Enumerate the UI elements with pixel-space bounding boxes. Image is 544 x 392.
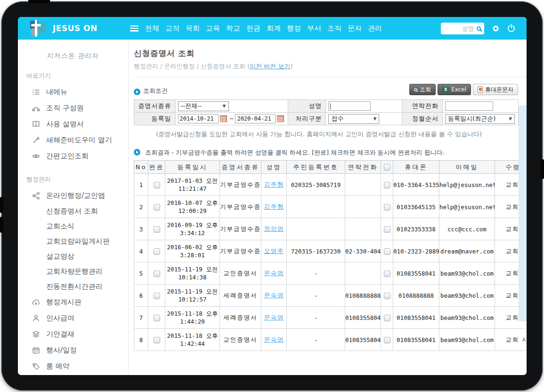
name-cell: 정의영 [261,218,287,240]
member-name-link[interactable]: 정의영 [264,225,284,232]
breadcrumb-item: 온라인행정 [164,63,195,70]
nav-item-5[interactable]: 학교 [226,24,240,33]
search-button[interactable]: 조회 [409,84,436,95]
search-icon[interactable] [477,26,481,31]
sidebar-item[interactable]: 기안결재 [18,326,128,342]
tag-icon [32,362,40,370]
jumin-cell: - [287,285,345,307]
tablet-power-button [28,0,50,3]
excel-button[interactable]: XExcel [438,84,471,95]
complete-checkbox[interactable] [154,315,160,321]
member-name-link[interactable]: 오영주 [264,247,284,254]
sidebar-item[interactable]: 내메뉴 [18,84,128,100]
sms-checkbox[interactable] [384,204,390,211]
column-header: 이메일 [439,161,495,174]
cert-type-select[interactable]: --전체--▼ [178,101,229,111]
complete-checkbox[interactable] [154,248,160,255]
nav-item-1[interactable]: 전체 [145,24,159,33]
member-search-box[interactable] [441,23,484,34]
sidebar-item[interactable]: 사용 설명서 [18,116,128,132]
sidebar-subitem[interactable]: 설교영상 [18,249,128,264]
phone-input[interactable] [445,101,493,111]
sidebar-item[interactable]: 행정게시판 [18,294,128,310]
sidebar-item[interactable]: 행사/일정 [18,342,128,358]
column-header: 완료 [148,161,165,174]
jumin-cell: - [287,307,345,329]
sms-checkbox[interactable] [384,337,390,343]
app-logo[interactable]: JESUS ON [18,20,130,37]
registered-datetime-cell: 2015-11-18 오후1:42:44 [165,329,220,351]
complete-checkbox[interactable] [154,226,160,233]
sms-checkbox[interactable] [384,226,390,233]
complete-cell [148,262,165,285]
receive-method-cell: 교회 사무 [495,329,527,351]
select-all-checkbox[interactable] [384,164,390,171]
calendar-icon[interactable] [277,115,284,122]
member-name-link[interactable]: 문숙영 [264,314,284,321]
sidebar-subitem[interactable]: 교회소식 [18,219,128,234]
sidebar-item[interactable]: 룸 예약 [18,358,128,374]
complete-checkbox[interactable] [154,182,160,188]
sort-select[interactable]: 등록일시(최근순)▼ [445,114,515,124]
sidebar-item[interactable]: 새해준비도우미 열기 [18,132,128,148]
section-bullet-icon [134,89,140,95]
sidebar-subitem[interactable]: 신청증명서 조회 [18,204,128,219]
nav-item-3[interactable]: 목회 [186,24,200,33]
sidebar-item[interactable]: 간편교인조회 [18,148,128,164]
phone-cell: 01083558041 [345,307,381,329]
sidebar-subitem[interactable]: 진동전환시간관리 [18,279,128,294]
table-row: 82015-11-18 오후1:42:44교인증명서문숙영-0108355804… [134,329,527,351]
date-to-input[interactable]: 2020-04-21 [235,114,276,123]
complete-checkbox[interactable] [154,204,160,211]
name-input[interactable] [328,101,371,111]
divider [134,77,527,77]
nav-item-10[interactable]: 조직 [327,24,341,33]
calendar-icon[interactable] [220,115,227,122]
nav-item-2[interactable]: 교적 [165,24,179,33]
sidebar-item[interactable]: 조직 구성원 [18,100,128,116]
sms-checkbox[interactable] [384,270,390,277]
member-name-link[interactable]: 김주형 [264,181,284,188]
nav-item-12[interactable]: 관리 [368,24,382,33]
member-name-link[interactable]: 문숙영 [264,270,284,277]
nav-item-4[interactable]: 교육 [206,24,220,33]
previous-version-link[interactable]: 이전 버전 보기 [250,63,290,70]
search-input[interactable] [444,25,474,32]
excel-icon: X [442,87,449,93]
date-from-input[interactable]: 2014-10-21 [178,114,219,123]
nav-item-8[interactable]: 행정 [287,24,301,33]
complete-checkbox[interactable] [154,270,160,277]
manual-book-icon [32,120,40,128]
member-name-link[interactable]: 문숙영 [264,292,284,299]
sidebar-subitem[interactable]: 교회요람파일게시판 [18,234,128,249]
member-name-link[interactable]: 문숙영 [264,336,284,343]
sidebar-item[interactable]: 인사급여 [18,310,128,326]
jumin-cell [287,218,345,240]
row-number-cell: 3 [134,218,148,240]
power-icon[interactable] [507,24,515,33]
nav-item-7[interactable]: 회계 [267,24,281,33]
page-head: 신청증명서 조회 행정관리/온라인행정/신청증명서 조회 (이전 버전 보기) [129,40,527,77]
sidebar-item-label: 사용 설명서 [46,120,84,129]
process-select[interactable]: 접수▼ [328,114,379,124]
complete-checkbox[interactable] [154,337,160,343]
complete-checkbox[interactable] [154,293,160,299]
nav-item-11[interactable]: 문자 [348,24,362,33]
complete-cell [148,285,165,307]
sidebar-item[interactable]: 온라인행정/교인앱 [18,188,128,204]
nav-item-6[interactable]: 헌금 [246,24,260,33]
sidebar-item-label: 인사급여 [46,314,74,323]
settings-gear-icon[interactable] [491,24,500,33]
sms-checkbox[interactable] [384,315,390,321]
sms-checkbox[interactable] [384,248,390,255]
cert-type-cell: 교인증명서 [220,262,261,285]
nav-item-9[interactable]: 부서 [307,24,321,33]
member-name-link[interactable]: 김주형 [264,203,284,210]
sidebar-subitem[interactable]: 교회차량운행관리 [18,264,128,279]
sms-checkbox[interactable] [384,182,390,188]
email-cell: dream@naver.com [439,240,495,262]
sms-button[interactable]: 휴대폰문자 [473,84,518,95]
sms-checkbox[interactable] [384,293,390,299]
hamburger-menu-icon[interactable] [130,25,138,32]
results-table: No완료등록일시증명서종류성명주민등록번호연락전화휴대폰이메일수령방법 1201… [134,160,526,351]
